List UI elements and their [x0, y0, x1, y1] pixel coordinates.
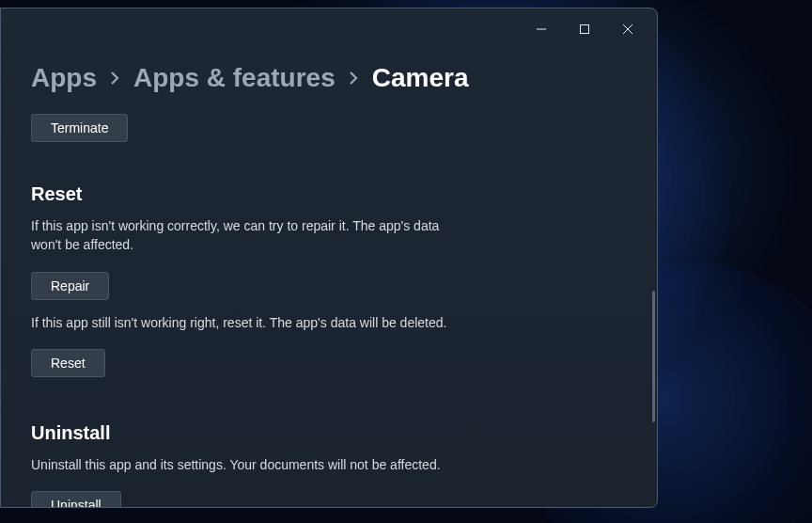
maximize-icon: [580, 24, 589, 34]
settings-window: Apps Apps & features Camera Terminate Re…: [0, 8, 658, 508]
uninstall-description: Uninstall this app and its settings. You…: [31, 455, 463, 474]
uninstall-button[interactable]: Uninstall: [31, 491, 121, 507]
chevron-right-icon: [110, 71, 120, 86]
repair-description: If this app isn't working correctly, we …: [31, 216, 463, 255]
maximize-button[interactable]: [563, 14, 606, 44]
content-pane: Apps Apps & features Camera Terminate Re…: [1, 63, 657, 507]
breadcrumb: Apps Apps & features Camera: [31, 63, 627, 93]
repair-button[interactable]: Repair: [31, 272, 109, 300]
uninstall-section-title: Uninstall: [31, 422, 627, 444]
close-button[interactable]: [606, 14, 649, 44]
scrollbar[interactable]: [651, 140, 655, 413]
breadcrumb-item-apps[interactable]: Apps: [31, 63, 97, 93]
svg-rect-1: [581, 25, 589, 34]
reset-section-title: Reset: [31, 183, 627, 205]
titlebar: [520, 8, 657, 50]
minimize-icon: [537, 24, 546, 34]
chevron-right-icon: [349, 71, 359, 86]
breadcrumb-item-apps-features[interactable]: Apps & features: [133, 63, 336, 93]
reset-button[interactable]: Reset: [31, 349, 105, 377]
minimize-button[interactable]: [520, 14, 563, 44]
breadcrumb-item-current: Camera: [372, 63, 469, 93]
scrollbar-thumb[interactable]: [652, 291, 655, 422]
terminate-button[interactable]: Terminate: [31, 114, 128, 142]
reset-description: If this app still isn't working right, r…: [31, 313, 520, 332]
close-icon: [623, 24, 632, 34]
